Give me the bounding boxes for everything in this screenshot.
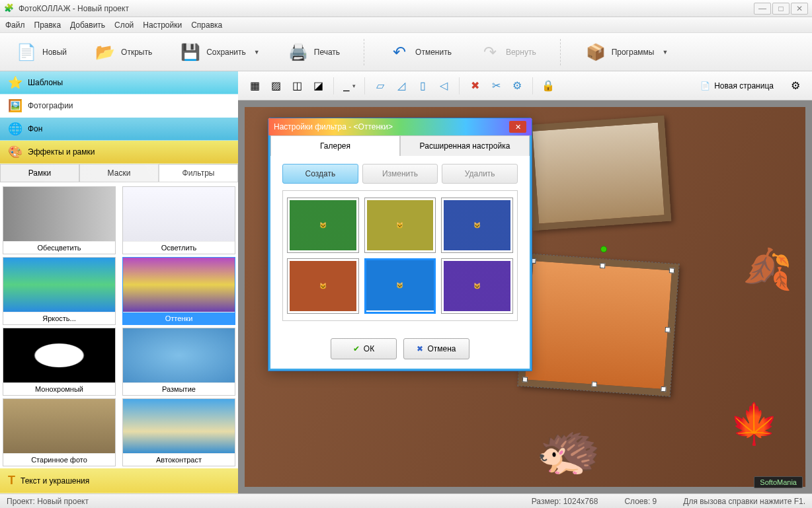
filter-item[interactable]: Яркость...: [3, 257, 116, 325]
side-background[interactable]: 🌐Фон: [0, 118, 238, 141]
filter-thumb: [123, 187, 235, 241]
dialog-tab-gallery[interactable]: Галерея: [270, 135, 400, 156]
background-icon: 🌐: [8, 122, 22, 136]
filter-list[interactable]: ОбесцветитьОсветлитьЯркость...ОттенкиМон…: [0, 182, 238, 468]
preset-preview: 🐱: [290, 200, 356, 250]
programs-button[interactable]: 📦Программы▼: [581, 39, 672, 65]
dialog-title: Настройки фильтра - <Оттенки>: [274, 122, 393, 131]
resize-handle[interactable]: [665, 327, 670, 333]
photo-frame[interactable]: [526, 116, 672, 231]
redo-label: Вернуть: [506, 48, 536, 57]
subtab-filters[interactable]: Фильтры: [159, 164, 238, 182]
menu-layer[interactable]: Слой: [114, 20, 134, 30]
open-icon: 📂: [95, 42, 116, 63]
preset-swatch[interactable]: 🐱: [287, 198, 359, 253]
filter-item[interactable]: Монохромный: [3, 328, 116, 396]
dialog-delete-button[interactable]: Удалить: [442, 164, 518, 184]
new-page-label: Новая страница: [714, 81, 774, 91]
filter-thumb: [123, 328, 235, 382]
resize-handle[interactable]: [600, 263, 606, 269]
subtab-masks[interactable]: Маски: [79, 164, 159, 182]
resize-handle[interactable]: [591, 382, 597, 388]
hedgehog-decoration[interactable]: 🦔: [536, 418, 602, 480]
resize-handle[interactable]: [661, 386, 667, 392]
crop-button[interactable]: ✂: [486, 77, 506, 95]
dialog-titlebar[interactable]: Настройки фильтра - <Оттенки> ✕: [268, 118, 532, 135]
dropdown-icon[interactable]: ▼: [662, 49, 668, 55]
preset-preview: 🐱: [367, 200, 434, 250]
maximize-button[interactable]: □: [772, 3, 790, 15]
canvas-toolbar: ▦ ▨ ◫ ◪ ⎯▾ ▱ ◿ ▯ ◁ ✖ ✂ ⚙ 🔒 📄Новая страни…: [238, 71, 812, 100]
resize-handle[interactable]: [669, 268, 675, 273]
dropdown-icon[interactable]: ▼: [254, 49, 260, 55]
align-button[interactable]: ⎯▾: [339, 77, 359, 95]
flip-h-button[interactable]: ▯: [413, 77, 432, 95]
photo-frame-selected[interactable]: [518, 254, 678, 396]
dialog-ok-button[interactable]: ✔ОК: [331, 338, 397, 359]
side-text[interactable]: TТекст и украшения: [0, 468, 238, 493]
menu-add[interactable]: Добавить: [70, 20, 105, 30]
dialog-create-button[interactable]: Создать: [282, 164, 358, 184]
filter-label: Старинное фото: [3, 453, 115, 466]
filter-item[interactable]: Оттенки: [122, 257, 235, 325]
dialog-cancel-button[interactable]: ✖Отмена: [403, 338, 469, 359]
new-button[interactable]: 📄Новый: [12, 39, 71, 65]
undo-button[interactable]: ↶Отменить: [385, 39, 456, 65]
preset-swatch[interactable]: 🐱: [441, 258, 513, 314]
bring-forward-button[interactable]: ◫: [287, 77, 307, 95]
preset-swatch[interactable]: 🐱: [287, 258, 359, 314]
side-text-label: Текст и украшения: [20, 476, 89, 486]
open-button[interactable]: 📂Открыть: [91, 39, 156, 65]
side-templates[interactable]: ⭐Шаблоны: [0, 71, 238, 94]
menu-file[interactable]: Файл: [5, 20, 25, 30]
dialog-edit-button[interactable]: Изменить: [362, 164, 438, 184]
minimize-button[interactable]: —: [754, 3, 771, 15]
window-controls: — □ ✕: [754, 3, 808, 15]
side-photos[interactable]: 🖼️Фотографии: [0, 94, 238, 118]
status-bar: Проект: Новый проект Размер: 1024x768 Сл…: [0, 493, 812, 508]
leaf-decoration[interactable]: 🍁: [729, 400, 779, 447]
window-title: ФотоКОЛЛАЖ - Новый проект: [19, 4, 754, 13]
flip-v-button[interactable]: ◁: [434, 77, 454, 95]
programs-label: Программы: [612, 48, 655, 57]
menu-help[interactable]: Справка: [191, 20, 222, 30]
filter-thumb: [3, 258, 115, 312]
send-backward-button[interactable]: ◪: [308, 77, 328, 95]
page-settings-button[interactable]: ⚙: [786, 77, 805, 95]
rotate-handle[interactable]: [600, 246, 608, 253]
leaf-decoration[interactable]: 🍂: [743, 246, 792, 293]
new-page-button[interactable]: 📄Новая страница: [694, 77, 780, 95]
separator: [560, 39, 561, 65]
preset-swatch[interactable]: 🐱: [441, 198, 513, 253]
filter-item[interactable]: Старинное фото: [3, 398, 116, 466]
new-icon: 📄: [16, 42, 37, 63]
separator: [532, 77, 533, 94]
filter-item[interactable]: Автоконтраст: [122, 398, 235, 466]
layer-settings-button[interactable]: ⚙: [507, 77, 527, 95]
print-button[interactable]: 🖨️Печать: [284, 39, 344, 65]
dialog-tab-advanced[interactable]: Расширенная настройка: [400, 135, 530, 156]
menu-settings[interactable]: Настройки: [143, 20, 182, 30]
menu-bar: Файл Правка Добавить Слой Настройки Спра…: [0, 17, 812, 33]
preset-swatch[interactable]: 🐱: [364, 258, 436, 314]
filter-item[interactable]: Размытие: [122, 328, 235, 396]
redo-button[interactable]: ↷Вернуть: [475, 39, 540, 65]
lock-button[interactable]: 🔒: [538, 77, 558, 95]
dropdown-icon: ▾: [352, 83, 356, 89]
subtab-frames[interactable]: Рамки: [0, 164, 79, 182]
close-button[interactable]: ✕: [791, 3, 808, 15]
delete-button[interactable]: ✖: [465, 77, 485, 95]
preset-swatch[interactable]: 🐱: [364, 198, 436, 253]
shear-button[interactable]: ▱: [370, 77, 390, 95]
save-button[interactable]: 💾Сохранить▼: [176, 39, 264, 65]
side-effects[interactable]: 🎨Эффекты и рамки: [0, 141, 238, 164]
resize-handle[interactable]: [522, 377, 528, 382]
effect-subtabs: Рамки Маски Фильтры: [0, 164, 238, 182]
menu-edit[interactable]: Правка: [34, 20, 61, 30]
filter-item[interactable]: Обесцветить: [3, 186, 116, 254]
send-back-button[interactable]: ▨: [266, 77, 286, 95]
skew-button[interactable]: ◿: [391, 77, 411, 95]
bring-front-button[interactable]: ▦: [245, 77, 264, 95]
filter-item[interactable]: Осветлить: [122, 186, 235, 254]
dialog-close-button[interactable]: ✕: [509, 121, 526, 133]
